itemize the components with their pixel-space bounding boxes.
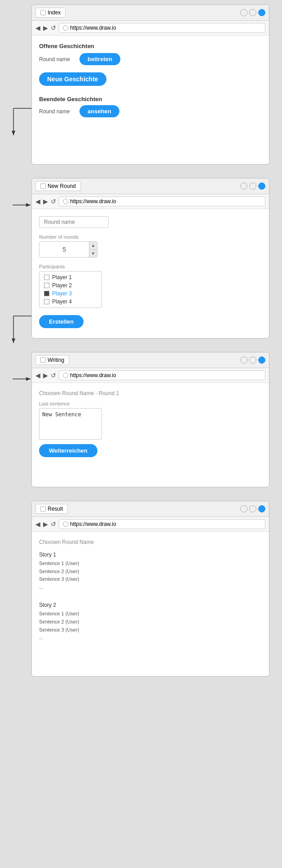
index-content: Offene Geschichten Round name beitreten … <box>32 36 269 164</box>
result-window: Result ◀ ▶ ↺ https://www.draw.io Choosen… <box>31 501 269 677</box>
create-button[interactable]: Erstellen <box>39 315 84 328</box>
player1-checkbox[interactable] <box>44 275 49 280</box>
player2-checkbox[interactable] <box>44 283 49 288</box>
win-btn-3[interactable] <box>258 9 265 16</box>
result-title-bar: Result <box>32 501 269 517</box>
back-button[interactable]: ◀ <box>35 24 40 31</box>
refresh-button[interactable]: ↺ <box>51 24 56 31</box>
tab-icon <box>40 10 46 15</box>
open-stories-row: Round name beitreten <box>39 53 262 65</box>
url-text-3: https://www.draw.io <box>70 372 116 378</box>
win-btn-5[interactable] <box>249 183 256 190</box>
view-button[interactable]: ansehen <box>79 105 119 117</box>
new-round-tab-label: New Round <box>48 183 76 189</box>
story2-sentence1: Sentence 1 (User) <box>39 610 262 618</box>
url-bar-3[interactable]: https://www.draw.io <box>59 370 265 380</box>
win-btn-10[interactable] <box>240 505 247 512</box>
writing-nav-bar: ◀ ▶ ↺ https://www.draw.io <box>32 368 269 383</box>
svg-marker-7 <box>12 338 15 343</box>
win-btn-4[interactable] <box>240 183 247 190</box>
url-globe-icon <box>63 25 68 31</box>
index-title-bar: Index <box>32 5 269 21</box>
url-bar-2[interactable]: https://www.draw.io <box>59 196 265 206</box>
rounds-value: 5 <box>40 246 89 253</box>
new-round-nav-bar: ◀ ▶ ↺ https://www.draw.io <box>32 194 269 209</box>
writing-content: Choosen Round Name - Round 1 Last senten… <box>32 383 269 487</box>
forward-button[interactable]: ▶ <box>43 24 48 31</box>
story1-sentence3: Sentence 3 (User) <box>39 575 262 583</box>
writing-title-bar: Writing <box>32 352 269 368</box>
decrement-button[interactable]: ▼ <box>89 250 97 258</box>
writing-tab[interactable]: Writing <box>35 355 69 365</box>
url-globe-icon-3 <box>63 373 68 378</box>
ended-stories-row: Round name ansehen <box>39 105 262 117</box>
refresh-button-3[interactable]: ↺ <box>51 372 56 379</box>
round-info: Choosen Round Name - Round 1 <box>39 390 262 396</box>
url-globe-icon-2 <box>63 199 68 204</box>
result-tab-label: Result <box>48 506 63 512</box>
sentence-textarea[interactable]: New Sentence <box>39 408 102 440</box>
list-item[interactable]: Player 2 <box>44 282 97 289</box>
number-input[interactable]: 5 ▲ ▼ <box>39 241 97 258</box>
url-bar[interactable]: https://www.draw.io <box>59 23 265 33</box>
refresh-button-2[interactable]: ↺ <box>51 198 56 205</box>
win-btn-8[interactable] <box>249 356 256 364</box>
open-round-label: Round name <box>39 56 75 62</box>
new-round-tab[interactable]: New Round <box>35 181 81 191</box>
svg-marker-9 <box>26 377 31 381</box>
back-button-4[interactable]: ◀ <box>35 521 40 528</box>
player1-name: Player 1 <box>52 274 72 280</box>
player3-checkbox[interactable] <box>44 291 49 296</box>
list-item[interactable]: Player 4 <box>44 298 97 305</box>
story1-title: Story 1 <box>39 552 262 558</box>
writing-controls <box>240 356 265 364</box>
story2-ellipsis: ... <box>39 634 262 642</box>
player2-name: Player 2 <box>52 282 72 289</box>
win-btn-2[interactable] <box>249 9 256 16</box>
writing-window: Writing ◀ ▶ ↺ https://www.draw.io Choose… <box>31 352 269 487</box>
player4-checkbox[interactable] <box>44 299 49 304</box>
forward-button-2[interactable]: ▶ <box>43 198 48 205</box>
list-item[interactable]: Player 3 <box>44 290 97 297</box>
tab-icon-4 <box>40 506 46 512</box>
participants-label: Participants <box>39 264 262 269</box>
win-btn-7[interactable] <box>240 356 247 364</box>
forward-button-4[interactable]: ▶ <box>43 521 48 528</box>
win-btn-1[interactable] <box>240 9 247 16</box>
story1-sentence1: Sentence 1 (User) <box>39 560 262 568</box>
svg-marker-4 <box>26 203 31 207</box>
open-stories-title: Offene Geschichten <box>39 43 262 49</box>
last-sentence-label: Last sentence <box>39 401 262 406</box>
new-round-content: Number of rounds 5 ▲ ▼ Participants Play… <box>32 209 269 338</box>
story2-sentence2: Sentence 2 (User) <box>39 618 262 626</box>
win-btn-6[interactable] <box>258 183 265 190</box>
list-item[interactable]: Player 1 <box>44 274 97 280</box>
url-bar-4[interactable]: https://www.draw.io <box>59 519 265 529</box>
story1-sentence2: Sentence 2 (User) <box>39 568 262 576</box>
win-btn-12[interactable] <box>258 505 265 512</box>
rounds-label: Number of rounds <box>39 234 262 240</box>
participants-box: Player 1 Player 2 Player 3 Player 4 <box>39 271 102 308</box>
index-tab-label: Index <box>48 9 61 16</box>
join-button[interactable]: beitreten <box>79 53 120 65</box>
url-text-2: https://www.draw.io <box>70 198 116 205</box>
forward-button-3[interactable]: ▶ <box>43 372 48 379</box>
result-tab[interactable]: Result <box>35 504 68 514</box>
index-tab[interactable]: Index <box>35 8 66 18</box>
ended-stories-title: Beendete Geschichten <box>39 96 262 102</box>
increment-button[interactable]: ▲ <box>89 242 97 250</box>
submit-button[interactable]: Weiterreichen <box>39 444 97 457</box>
tab-icon-3 <box>40 357 46 363</box>
new-story-button[interactable]: Neue Geschichte <box>39 72 106 86</box>
refresh-button-4[interactable]: ↺ <box>51 521 56 528</box>
win-btn-11[interactable] <box>249 505 256 512</box>
writing-tab-label: Writing <box>48 357 64 363</box>
win-btn-9[interactable] <box>258 356 265 364</box>
story1-section: Story 1 Sentence 1 (User) Sentence 2 (Us… <box>39 552 262 591</box>
url-globe-icon-4 <box>63 521 68 527</box>
round-name-input[interactable] <box>39 216 109 228</box>
index-window: Index ◀ ▶ ↺ https://www.draw.io Offene G… <box>31 4 269 165</box>
story2-sentence3: Sentence 3 (User) <box>39 626 262 634</box>
result-controls <box>240 505 265 512</box>
player3-name: Player 3 <box>52 290 72 297</box>
